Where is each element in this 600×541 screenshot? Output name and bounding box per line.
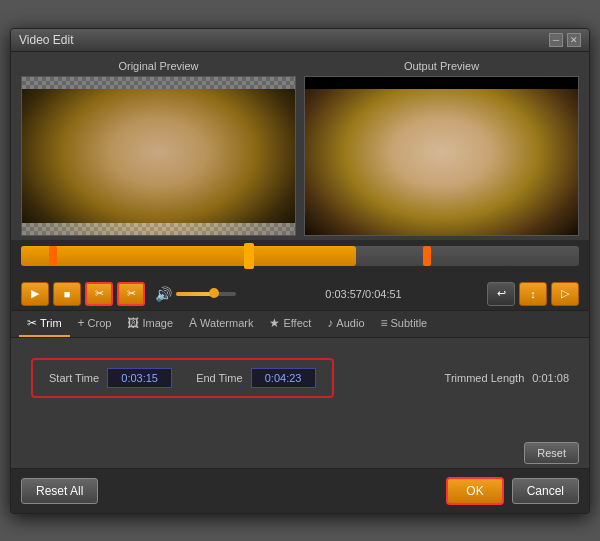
reset-button[interactable]: Reset: [524, 442, 579, 464]
original-preview-panel: Original Preview: [21, 60, 296, 236]
watermark-icon: A: [189, 316, 197, 330]
window-controls: ─ ✕: [549, 33, 581, 47]
timeline-marker[interactable]: [244, 243, 254, 269]
content-area: Start Time End Time Trimmed Length 0:01:…: [11, 338, 589, 438]
trim-time-box: Start Time End Time: [31, 358, 334, 398]
tab-crop[interactable]: + Crop: [70, 311, 120, 337]
timeline-area: [11, 240, 589, 278]
reset-area: Reset: [11, 438, 589, 468]
controls-bar: ▶ ■ ✂ ✂ 🔊 0:03:57/0:04:51 ↩ ↕ ▷: [11, 278, 589, 310]
output-preview-label: Output Preview: [304, 60, 579, 72]
trimmed-length-value: 0:01:08: [532, 372, 569, 384]
original-video: [21, 76, 296, 236]
tab-effect-label: Effect: [283, 317, 311, 329]
preview-area: Original Preview Output Preview: [11, 52, 589, 240]
crop-icon: +: [78, 316, 85, 330]
output-preview-panel: Output Preview: [304, 60, 579, 236]
timeline-handle-right[interactable]: [423, 246, 431, 266]
volume-icon: 🔊: [155, 286, 172, 302]
image-icon: 🖼: [127, 316, 139, 330]
close-button[interactable]: ✕: [567, 33, 581, 47]
start-time-label: Start Time: [49, 372, 99, 384]
volume-slider[interactable]: [176, 292, 236, 296]
end-time-label: End Time: [196, 372, 242, 384]
ok-button[interactable]: OK: [446, 477, 503, 505]
tab-crop-label: Crop: [88, 317, 112, 329]
start-time-input[interactable]: [107, 368, 172, 388]
tab-subtitle-label: Subtitle: [391, 317, 428, 329]
tab-bar: ✂ Trim + Crop 🖼 Image A Watermark ★ Effe…: [11, 310, 589, 338]
cut-button[interactable]: ✂: [85, 282, 113, 306]
next-button[interactable]: ▷: [551, 282, 579, 306]
tab-trim[interactable]: ✂ Trim: [19, 311, 70, 337]
start-time-group: Start Time: [49, 368, 172, 388]
tab-image-label: Image: [142, 317, 173, 329]
effect-icon: ★: [269, 316, 280, 330]
trim-icon: ✂: [27, 316, 37, 330]
audio-icon: ♪: [327, 316, 333, 330]
crop-shortcut-button[interactable]: ↕: [519, 282, 547, 306]
tab-watermark-label: Watermark: [200, 317, 253, 329]
cut2-button[interactable]: ✂: [117, 282, 145, 306]
end-time-group: End Time: [196, 368, 315, 388]
footer: Reset All OK Cancel: [11, 468, 589, 513]
right-buttons: ↩ ↕ ▷: [487, 282, 579, 306]
timeline-fill: [21, 246, 356, 266]
trim-section: Start Time End Time Trimmed Length 0:01:…: [31, 358, 569, 398]
output-video: [304, 76, 579, 236]
trimmed-length-group: Trimmed Length 0:01:08: [445, 372, 569, 384]
cancel-button[interactable]: Cancel: [512, 478, 579, 504]
end-time-input[interactable]: [251, 368, 316, 388]
tab-effect[interactable]: ★ Effect: [261, 311, 319, 337]
video-edit-window: Video Edit ─ ✕ Original Preview Output P…: [10, 28, 590, 514]
stop-button[interactable]: ■: [53, 282, 81, 306]
timeline-handle-left[interactable]: [49, 246, 57, 266]
subtitle-icon: ≡: [381, 316, 388, 330]
volume-area: 🔊: [155, 286, 236, 302]
tab-subtitle[interactable]: ≡ Subtitle: [373, 311, 436, 337]
timeline-track[interactable]: [21, 246, 579, 266]
tab-audio[interactable]: ♪ Audio: [319, 311, 372, 337]
volume-fill: [176, 292, 215, 296]
tab-trim-label: Trim: [40, 317, 62, 329]
trimmed-length-label: Trimmed Length: [445, 372, 525, 384]
original-preview-label: Original Preview: [21, 60, 296, 72]
tab-image[interactable]: 🖼 Image: [119, 311, 181, 337]
window-title: Video Edit: [19, 33, 74, 47]
tab-audio-label: Audio: [336, 317, 364, 329]
time-display: 0:03:57/0:04:51: [244, 288, 483, 300]
checker-bottom: [22, 223, 295, 235]
output-video-content: [305, 89, 578, 236]
checker-top: [22, 77, 295, 89]
minimize-button[interactable]: ─: [549, 33, 563, 47]
undo-button[interactable]: ↩: [487, 282, 515, 306]
titlebar: Video Edit ─ ✕: [11, 29, 589, 52]
original-video-content: [22, 89, 295, 236]
reset-all-button[interactable]: Reset All: [21, 478, 98, 504]
tab-watermark[interactable]: A Watermark: [181, 311, 261, 337]
play-button[interactable]: ▶: [21, 282, 49, 306]
